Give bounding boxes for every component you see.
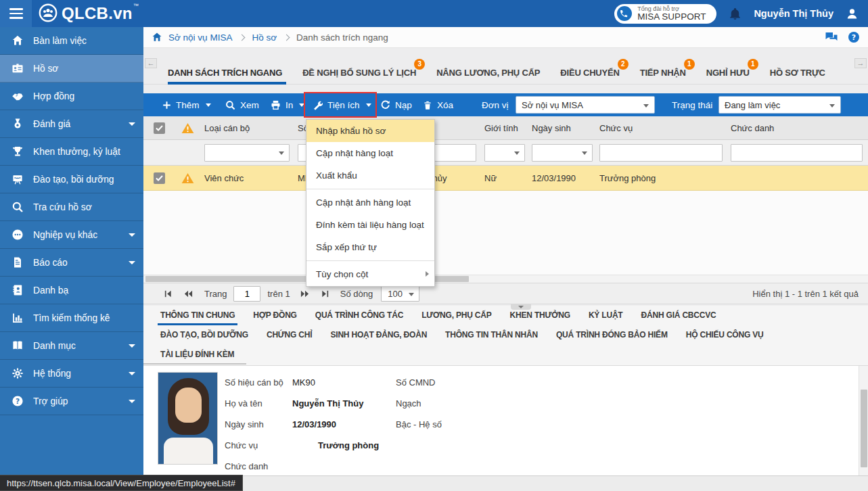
first-page-icon[interactable] [164, 289, 173, 298]
search-icon [225, 100, 235, 110]
menu-item-dinh-kem-tai-lieu[interactable]: Đính kèm tài liệu hàng loạt [306, 214, 434, 236]
detail-tab-qua-trinh-cong-tac[interactable]: QUÁ TRÌNH CÔNG TÁC [315, 310, 403, 325]
last-page-icon[interactable] [321, 289, 329, 298]
sidebar-item-khen-thuong-ky-luat[interactable]: Khen thưởng, kỷ luật [0, 138, 143, 166]
help-icon[interactable]: ? [848, 31, 860, 43]
sidebar-item-danh-ba[interactable]: Danh bạ [0, 277, 143, 304]
prev-page-icon[interactable] [183, 289, 193, 298]
sidebar-item-dao-tao-boi-duong[interactable]: Đào tạo, bồi dưỡng [0, 166, 143, 193]
menu-item-xuat-khau[interactable]: Xuất khẩu [306, 164, 434, 187]
support-title: MISA SUPPORT [637, 12, 706, 22]
add-button[interactable]: Thêm [162, 93, 211, 116]
page-number-input[interactable] [233, 286, 260, 302]
menu-separator [306, 260, 434, 261]
utility-button[interactable]: Tiện ích [313, 93, 371, 116]
menu-item-tuy-chon-cot[interactable]: Tùy chọn cột [306, 263, 434, 285]
sidebar-item-tro-giup[interactable]: ? Trợ giúp [0, 388, 143, 415]
tab-danh-sach-trich-ngang[interactable]: DANH SÁCH TRÍCH NGANG [168, 57, 282, 85]
status-select[interactable]: Đang làm việc [718, 96, 841, 114]
chevron-right-icon [283, 34, 290, 41]
delete-button[interactable]: Xóa [423, 93, 453, 116]
detail-tab-dao-tao-boi-duong[interactable]: ĐÀO TẠO, BỒI DƯỠNG [160, 330, 248, 345]
column-header-gioi-tinh[interactable]: Giới tính [482, 123, 529, 133]
misa-support-button[interactable]: Tổng đài hỗ trợ MISA SUPPORT [614, 4, 716, 24]
filter-gioi-tinh[interactable] [484, 144, 525, 162]
menu-item-cap-nhat-hang-loat[interactable]: Cập nhật hàng loạt [306, 142, 434, 164]
chevron-down-icon [299, 103, 304, 107]
detail-tab-chung-chi[interactable]: CHỨNG CHỈ [267, 330, 313, 345]
detail-tab-danh-gia-cbccvc[interactable]: ĐÁNH GIÁ CBCCVC [641, 310, 716, 325]
detail-tab-thong-tin-than-nhan[interactable]: THÔNG TIN THÂN NHÂN [445, 330, 538, 345]
column-header-ngay-sinh[interactable]: Ngày sinh [529, 123, 597, 133]
sidebar-item-nghiep-vu-khac[interactable]: Nghiệp vụ khác [0, 221, 143, 249]
unit-label: Đơn vị [482, 93, 509, 116]
detail-tab-qua-trinh-dong-bao-hiem[interactable]: QUÁ TRÌNH ĐÓNG BẢO HIỂM [556, 330, 668, 345]
detail-tab-hop-dong[interactable]: HỢP ĐỒNG [253, 310, 296, 325]
chevron-right-icon [239, 34, 246, 41]
medal-icon [10, 118, 25, 130]
detail-tab-sinh-hoat-dang-doan[interactable]: SINH HOẠT ĐẢNG, ĐOÀN [330, 330, 427, 345]
hamburger-menu-icon[interactable] [0, 0, 32, 27]
view-button[interactable]: Xem [225, 93, 259, 116]
breadcrumb-current: Danh sách trích ngang [296, 32, 388, 43]
rows-per-page-select[interactable]: 100 [381, 285, 419, 302]
vertical-scrollbar[interactable] [859, 366, 868, 475]
sidebar-item-tim-kiem-thong-ke[interactable]: Tìm kiếm thống kê [0, 304, 143, 332]
column-header-chuc-vu[interactable]: Chức vụ [597, 123, 728, 133]
detail-tab-ho-chieu-cong-vu[interactable]: HỘ CHIẾU CÔNG VỤ [686, 330, 764, 345]
tab-scroll-right-icon[interactable]: → [854, 58, 867, 68]
sidebar-item-danh-gia[interactable]: Đánh giá [0, 110, 143, 138]
tab-tiep-nhan[interactable]: TIẾP NHẬN1 [640, 57, 686, 85]
breadcrumb-module[interactable]: Hồ sơ [252, 32, 277, 43]
home-icon[interactable] [152, 32, 162, 43]
user-name[interactable]: Nguyễn Thị Thủy [754, 8, 833, 19]
sidebar-item-danh-muc[interactable]: Danh mục [0, 332, 143, 360]
reload-button[interactable]: Nạp [380, 93, 412, 116]
detail-tab-thong-tin-chung[interactable]: THÔNG TIN CHUNG [160, 310, 235, 325]
detail-tab-tai-lieu-dinh-kem[interactable]: TÀI LIỆU ĐÍNH KÈM [160, 350, 234, 365]
chat-icon[interactable] [825, 31, 838, 43]
menu-item-cap-nhat-anh-hang-loat[interactable]: Cập nhật ảnh hàng loạt [306, 191, 434, 214]
menu-item-sap-xep-thu-tu[interactable]: Sắp xếp thứ tự [306, 236, 434, 258]
sidebar-item-label: Tra cứu hồ sơ [33, 202, 92, 212]
tab-nang-luong-phu-cap[interactable]: NÂNG LƯƠNG, PHỤ CẤP [436, 57, 540, 85]
breadcrumb-unit[interactable]: Sở nội vụ MISA [168, 32, 232, 43]
detail-tab-luong-phu-cap[interactable]: LƯƠNG, PHỤ CẤP [421, 310, 491, 325]
grid-header-row: Loại cán bộ Số hiệu cán bộ Giới tính Ngà… [143, 116, 868, 140]
tab-ho-so-truc-tuyen[interactable]: HỒ SƠ TRỰC [770, 57, 825, 85]
print-button[interactable]: In [271, 93, 304, 116]
chevron-down-icon [129, 261, 135, 264]
menu-item-nhap-khau-ho-so[interactable]: Nhập khẩu hồ sơ [306, 120, 434, 142]
column-header-chuc-danh[interactable]: Chức danh [728, 123, 868, 133]
sidebar-item-ban-lam-viec[interactable]: Bàn làm việc [0, 27, 143, 55]
filter-ngay-sinh[interactable] [532, 144, 593, 162]
filter-loai-can-bo[interactable] [204, 144, 290, 162]
row-checkbox[interactable] [154, 172, 165, 184]
filter-chuc-danh[interactable] [731, 144, 863, 162]
next-page-icon[interactable] [300, 289, 310, 298]
table-row-selected[interactable]: Viên chức MK90 Nguyễn Thị Thủy Nữ 12/03/… [143, 166, 868, 191]
tab-scroll-left-icon[interactable]: ← [145, 58, 157, 68]
sidebar-item-tra-cuu-ho-so[interactable]: Tra cứu hồ sơ [0, 193, 143, 221]
scrollbar-thumb[interactable] [861, 390, 867, 467]
sidebar-item-ho-so[interactable]: Hồ sơ [0, 55, 143, 83]
horizontal-scrollbar[interactable] [143, 275, 868, 283]
splitter-collapse-handle[interactable] [511, 304, 531, 310]
select-all-checkbox[interactable] [154, 122, 165, 134]
tab-nghi-huu[interactable]: NGHỈ HƯU1 [706, 57, 750, 85]
column-header-loai-can-bo[interactable]: Loại cán bộ [200, 123, 295, 133]
unit-select[interactable]: Sở nội vụ MISA [516, 96, 655, 114]
sidebar-item-hop-dong[interactable]: Hợp đồng [0, 83, 143, 110]
sidebar-item-he-thong[interactable]: Hệ thống [0, 360, 143, 388]
filter-chuc-vu[interactable] [599, 144, 723, 162]
tab-dieu-chuyen[interactable]: ĐIỀU CHUYỂN2 [560, 57, 619, 85]
tab-de-nghi-bo-sung-ly-lich[interactable]: ĐỀ NGHỊ BỔ SUNG LÝ LỊCH3 [302, 57, 416, 85]
chevron-down-icon [518, 306, 524, 308]
notification-bell-icon[interactable] [729, 7, 741, 20]
user-avatar-icon[interactable] [846, 7, 859, 20]
grid-toolbar: Thêm Xem In Tiện ích Nạp Xóa Đơn vị Sở n… [143, 93, 868, 116]
detail-tabstrip: THÔNG TIN CHUNG HỢP ĐỒNG QUÁ TRÌNH CÔNG … [143, 306, 868, 365]
detail-tab-khen-thuong[interactable]: KHEN THƯỞNG [510, 310, 570, 325]
sidebar-item-bao-cao[interactable]: Báo cáo [0, 249, 143, 277]
detail-tab-ky-luat[interactable]: KỶ LUẬT [589, 310, 623, 325]
